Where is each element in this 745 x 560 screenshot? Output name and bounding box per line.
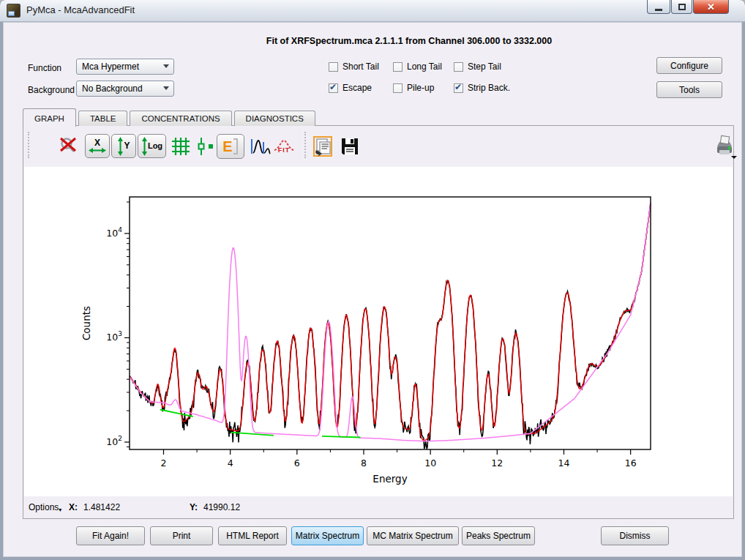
- tools-button[interactable]: Tools: [656, 81, 722, 98]
- tab-concentrations[interactable]: CONCENTRATIONS: [130, 111, 231, 126]
- peaks-icon[interactable]: [249, 138, 271, 155]
- svg-text:104: 104: [106, 226, 122, 239]
- cursor-x-label: X:: [69, 502, 78, 512]
- svg-text:10: 10: [424, 458, 436, 468]
- svg-text:12: 12: [491, 458, 503, 468]
- graph-area[interactable]: 246810121416102103104EnergyCounts: [24, 167, 733, 496]
- v-arrow-icon: [141, 137, 148, 156]
- cursor-y-label: Y:: [190, 502, 198, 512]
- zoom-reset-icon[interactable]: [59, 136, 79, 155]
- svg-text:16: 16: [625, 458, 637, 468]
- print-icon[interactable]: [712, 135, 738, 160]
- svg-text:4: 4: [228, 458, 233, 468]
- checkbox-box[interactable]: [329, 83, 338, 93]
- copy-report-icon[interactable]: [312, 135, 334, 157]
- tab-table[interactable]: TABLE: [78, 111, 128, 126]
- checkbox-label: Pile-up: [407, 83, 434, 93]
- close-button[interactable]: ✕: [693, 0, 729, 14]
- fit-display-label: FIT: [278, 146, 291, 154]
- svg-text:8: 8: [361, 458, 367, 468]
- checkbox-box[interactable]: [393, 62, 403, 72]
- chevron-down-icon: [163, 86, 169, 90]
- checkbox-escape[interactable]: Escape: [329, 83, 372, 93]
- titlebar[interactable]: PyMca - McaAdvancedFit ✕: [0, 0, 745, 22]
- h-arrow-icon: [89, 147, 106, 154]
- fit-again-button[interactable]: Fit Again!: [76, 526, 145, 545]
- v-arrow-icon: [117, 137, 124, 156]
- maximize-button[interactable]: [671, 0, 692, 14]
- function-label: Function: [28, 63, 61, 73]
- print-button[interactable]: Print: [150, 526, 213, 545]
- peaks-spectrum-button[interactable]: Peaks Spectrum: [462, 526, 535, 545]
- matrix-spectrum-button[interactable]: Matrix Spectrum: [291, 526, 364, 545]
- checkbox-label: Short Tail: [342, 61, 379, 72]
- minimize-button[interactable]: [647, 0, 670, 14]
- window-controls: ✕: [647, 0, 730, 14]
- toolbar-separator: [304, 132, 307, 158]
- log-scale-button[interactable]: Log: [138, 134, 166, 158]
- svg-text:2: 2: [161, 458, 167, 468]
- checkbox-label: Escape: [342, 83, 372, 93]
- tab-bar: GRAPH TABLE CONCENTRATIONS DIAGNOSTICS: [23, 108, 318, 126]
- graph-tab-panel: X Y: [23, 125, 734, 519]
- checkbox-box[interactable]: [454, 83, 463, 93]
- checkbox-box[interactable]: [329, 62, 338, 72]
- y-autoscale-button[interactable]: Y: [111, 134, 136, 158]
- grid-icon[interactable]: [171, 136, 191, 157]
- log-scale-label: Log: [148, 142, 162, 150]
- cursor-y-value: 41990.12: [203, 502, 240, 512]
- maximize-icon: [678, 4, 686, 10]
- checkbox-label: Step Tail: [468, 61, 501, 72]
- svg-text:Energy: Energy: [372, 473, 407, 485]
- function-value: Mca Hypermet: [82, 61, 139, 72]
- toolbar-handle[interactable]: [28, 132, 31, 158]
- app-icon: [7, 4, 20, 18]
- minimize-icon: [655, 9, 662, 11]
- pymca-window: PyMca - McaAdvancedFit ✕ Fit of XRFSpect…: [0, 0, 745, 560]
- chevron-down-icon: [163, 64, 169, 68]
- background-select[interactable]: No Background: [76, 81, 174, 97]
- x-autoscale-label: X: [94, 139, 100, 147]
- tab-diagnostics[interactable]: DIAGNOSTICS: [234, 111, 315, 126]
- svg-text:103: 103: [106, 330, 122, 343]
- cursor-x-value: 1.481422: [83, 502, 120, 512]
- caret-down-icon: ▾: [59, 507, 61, 513]
- checkbox-box[interactable]: [454, 62, 463, 72]
- fit-display-icon[interactable]: FIT: [272, 135, 296, 157]
- svg-text:102: 102: [106, 435, 122, 447]
- checkbox-strip-back[interactable]: Strip Back.: [454, 83, 510, 93]
- checkbox-box[interactable]: [393, 83, 403, 93]
- background-value: No Background: [82, 83, 143, 94]
- x-autoscale-button[interactable]: X: [85, 134, 110, 158]
- dismiss-button[interactable]: Dismiss: [601, 526, 669, 545]
- configure-button[interactable]: Configure: [656, 57, 722, 74]
- svg-text:14: 14: [558, 458, 570, 468]
- checkbox-long-tail[interactable]: Long Tail: [393, 61, 442, 72]
- checkbox-pile-up[interactable]: Pile-up: [393, 83, 434, 93]
- svg-text:6: 6: [294, 458, 300, 468]
- svg-text:Counts: Counts: [81, 306, 92, 340]
- function-select[interactable]: Mca Hypermet: [76, 59, 174, 75]
- y-autoscale-label: Y: [124, 142, 130, 150]
- fit-header-title: Fit of XRFSpectrum.mca 2.1.1.1 from Chan…: [4, 36, 741, 46]
- save-icon[interactable]: [340, 136, 360, 157]
- html-report-button[interactable]: HTML Report: [218, 526, 287, 545]
- checkbox-label: Strip Back.: [468, 83, 510, 93]
- energy-axis-button[interactable]: E: [217, 134, 244, 159]
- checkbox-short-tail[interactable]: Short Tail: [329, 61, 379, 72]
- checkbox-label: Long Tail: [407, 61, 442, 72]
- energy-axis-label: E: [222, 139, 232, 154]
- mca-advanced-fit-dialog: Fit of XRFSpectrum.mca 2.1.1.1 from Chan…: [3, 22, 742, 557]
- bracket-icon: [233, 138, 239, 155]
- status-bar: Options▾ X: 1.481422 Y: 41990.12: [23, 498, 733, 515]
- markers-icon[interactable]: [196, 136, 215, 157]
- spectrum-chart[interactable]: 246810121416102103104EnergyCounts: [24, 167, 733, 496]
- close-icon: ✕: [707, 1, 715, 13]
- plot-toolbar: X Y: [23, 126, 733, 164]
- options-menu[interactable]: Options▾: [29, 502, 61, 512]
- background-label: Background: [28, 85, 75, 95]
- tab-graph[interactable]: GRAPH: [23, 108, 76, 127]
- checkbox-step-tail[interactable]: Step Tail: [454, 61, 501, 72]
- window-title: PyMca - McaAdvancedFit: [26, 4, 135, 15]
- mc-matrix-spectrum-button[interactable]: MC Matrix Spectrum: [367, 526, 459, 545]
